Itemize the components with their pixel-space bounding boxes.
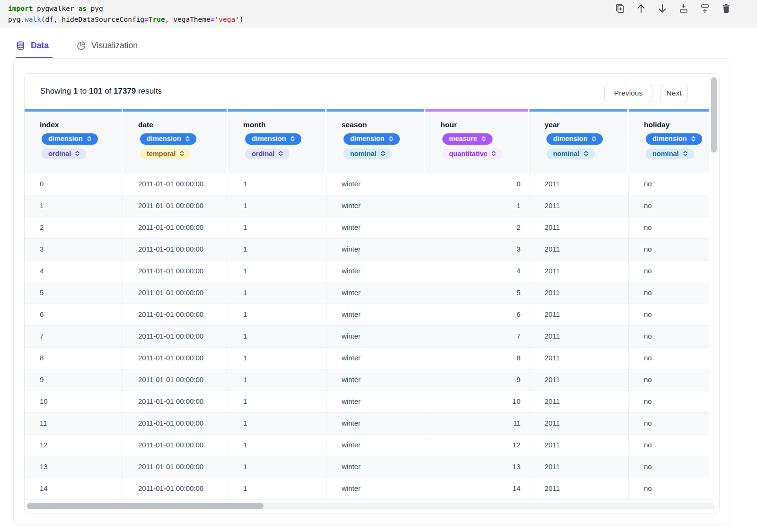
column-title: season	[342, 121, 424, 129]
cell-month: 1	[228, 413, 326, 435]
pill-label: dimension	[252, 135, 286, 142]
chevron-up-down-icon	[690, 136, 696, 142]
cell-date: 2011-01-01 00:00:00	[123, 217, 228, 239]
tab-data-label: Data	[31, 41, 49, 51]
cell-hour: 8	[425, 348, 529, 369]
semantic-type-selector-date[interactable]: temporal	[140, 148, 191, 160]
cell-date: 2011-01-01 00:00:00	[123, 326, 228, 348]
table-row: 52011-01-01 00:00:001winter52011no	[25, 282, 709, 304]
cell-month: 1	[228, 195, 326, 217]
move-down-icon[interactable]	[656, 2, 669, 15]
analytic-type-selector-season[interactable]: dimension	[343, 133, 400, 145]
tab-data[interactable]: Data	[16, 33, 52, 58]
move-up-icon[interactable]	[635, 2, 647, 15]
semantic-type-selector-hour[interactable]: quantitative	[442, 148, 502, 160]
cell-date: 2011-01-01 00:00:00	[123, 261, 228, 282]
semantic-type-selector-holiday[interactable]: nominal	[646, 148, 694, 160]
analytic-type-selector-index[interactable]: dimension	[42, 133, 98, 145]
cell-holiday: no	[629, 391, 709, 413]
pill-label: quantitative	[449, 150, 487, 157]
cell-index: 7	[25, 326, 123, 348]
cell-year: 2011	[529, 326, 629, 348]
cell-hour: 10	[425, 391, 529, 413]
horizontal-scrollbar-thumb[interactable]	[27, 503, 264, 509]
cell-date: 2011-01-01 00:00:00	[123, 174, 228, 195]
column-header-month: monthdimensionordinal	[228, 112, 326, 174]
cell-season: winter	[326, 304, 425, 326]
vertical-scrollbar[interactable]	[711, 77, 717, 153]
column-header-date: datedimensiontemporal	[123, 112, 228, 174]
chevron-up-down-icon	[179, 150, 185, 157]
cell-date: 2011-01-01 00:00:00	[123, 282, 228, 304]
table-row: 132011-01-01 00:00:001winter132011no	[25, 456, 709, 478]
table-header-row: indexdimensionordinaldatedimensiontempor…	[25, 112, 709, 174]
chevron-up-down-icon	[481, 136, 487, 142]
cell-season: winter	[326, 326, 425, 348]
pill-label: nominal	[350, 150, 377, 157]
cell-date: 2011-01-01 00:00:00	[123, 456, 228, 478]
cell-holiday: no	[629, 456, 709, 478]
cell-year: 2011	[529, 195, 629, 217]
analytic-type-selector-holiday[interactable]: dimension	[646, 133, 702, 145]
chevron-up-down-icon	[380, 150, 386, 157]
cell-year: 2011	[529, 282, 629, 304]
cell-season: winter	[326, 369, 425, 391]
previous-page-button[interactable]: Previous	[604, 84, 652, 102]
cell-index: 6	[25, 304, 123, 326]
table-row: 122011-01-01 00:00:001winter122011no	[25, 435, 709, 456]
table-row: 12011-01-01 00:00:001winter12011no	[25, 195, 709, 217]
cell-season: winter	[326, 391, 425, 413]
cell-year: 2011	[529, 239, 629, 261]
cell-index: 12	[25, 435, 123, 456]
chevron-up-down-icon	[86, 136, 92, 142]
cell-year: 2011	[529, 391, 629, 413]
delete-cell-icon[interactable]	[720, 2, 732, 15]
cell-index: 11	[25, 413, 123, 435]
analytic-type-selector-month[interactable]: dimension	[245, 133, 301, 145]
cell-toolbar	[614, 2, 732, 15]
chevron-up-down-icon	[74, 150, 80, 157]
cell-date: 2011-01-01 00:00:00	[123, 435, 228, 456]
pill-label: nominal	[652, 150, 679, 157]
table-row: 112011-01-01 00:00:001winter112011no	[25, 413, 709, 435]
cell-season: winter	[326, 195, 425, 217]
table-row: 82011-01-01 00:00:001winter82011no	[25, 348, 709, 369]
insert-cell-below-icon[interactable]	[699, 2, 711, 15]
cell-holiday: no	[629, 369, 709, 391]
pill-label: measure	[449, 135, 477, 142]
cell-hour: 4	[425, 261, 529, 282]
cell-month: 1	[228, 391, 326, 413]
cell-hour: 5	[425, 282, 529, 304]
cell-holiday: no	[629, 435, 709, 456]
analytic-type-selector-hour[interactable]: measure	[442, 133, 493, 145]
column-header-index: indexdimensionordinal	[25, 112, 123, 174]
column-header-year: yeardimensionnominal	[529, 112, 629, 174]
table-row: 72011-01-01 00:00:001winter72011no	[25, 326, 709, 348]
insert-cell-above-icon[interactable]	[678, 2, 690, 15]
cell-date: 2011-01-01 00:00:00	[123, 348, 228, 369]
pie-chart-icon	[76, 41, 86, 51]
cell-year: 2011	[529, 369, 629, 391]
cell-holiday: no	[629, 195, 709, 217]
cell-index: 8	[25, 348, 123, 369]
cell-month: 1	[228, 326, 326, 348]
next-page-button[interactable]: Next	[660, 84, 688, 102]
walker-panel: Showing 1 to 101 of 17379 results Previo…	[13, 58, 730, 524]
cell-holiday: no	[629, 348, 709, 369]
cell-month: 1	[228, 174, 326, 195]
duplicate-cell-icon[interactable]	[614, 2, 626, 15]
semantic-type-selector-month[interactable]: ordinal	[245, 148, 290, 160]
table-row: 62011-01-01 00:00:001winter62011no	[25, 304, 709, 326]
tab-visualization[interactable]: Visualization	[76, 33, 141, 58]
column-header-holiday: holidaydimensionnominal	[629, 112, 709, 174]
cell-season: winter	[326, 413, 425, 435]
analytic-type-selector-year[interactable]: dimension	[546, 133, 603, 145]
analytic-type-selector-date[interactable]: dimension	[140, 133, 196, 145]
table-row: 02011-01-01 00:00:001winter02011no	[25, 174, 709, 195]
semantic-type-selector-index[interactable]: ordinal	[42, 148, 86, 160]
semantic-type-selector-season[interactable]: nominal	[343, 148, 392, 160]
cell-season: winter	[326, 348, 425, 369]
cell-index: 3	[25, 239, 123, 261]
table-row: 92011-01-01 00:00:001winter92011no	[25, 369, 709, 391]
semantic-type-selector-year[interactable]: nominal	[546, 148, 595, 160]
